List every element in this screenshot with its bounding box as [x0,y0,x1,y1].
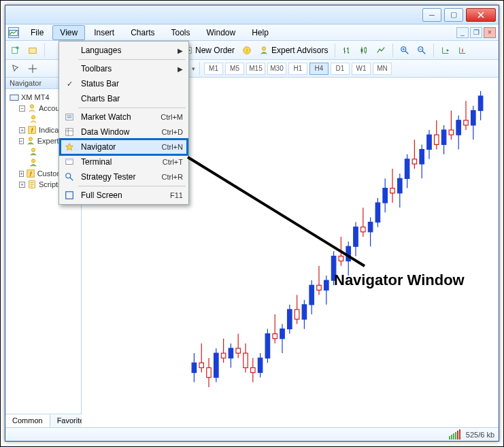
menu-status-bar[interactable]: Status Bar [61,76,187,91]
svg-rect-99 [471,111,475,125]
autotrading-icon[interactable]: ! [239,43,254,58]
profiles-icon[interactable] [25,43,40,58]
svg-rect-57 [317,285,321,290]
menu-market-watch[interactable]: Market WatchCtrl+M [61,110,187,125]
expert-advisors-label: Expert Advisors [271,46,328,55]
mdi-close-button[interactable]: × [484,27,496,38]
svg-rect-33 [229,348,233,358]
tf-h1[interactable]: H1 [288,63,307,75]
svg-point-16 [29,137,32,141]
svg-rect-97 [464,120,468,125]
svg-rect-39 [251,367,255,372]
svg-rect-103 [66,129,73,136]
bar-chart-icon[interactable] [339,43,354,58]
svg-rect-75 [383,188,387,203]
svg-rect-89 [435,135,439,144]
svg-rect-105 [66,159,73,161]
svg-rect-93 [449,130,453,135]
menu-data-window[interactable]: Data WindowCtrl+D [61,125,187,139]
svg-point-12 [30,105,33,108]
app-icon [8,27,19,38]
tf-d1[interactable]: D1 [331,63,350,75]
svg-rect-107 [66,192,73,199]
tf-h4[interactable]: H4 [309,63,329,75]
svg-rect-83 [412,159,416,164]
menu-toolbars[interactable]: Toolbars▶ [61,61,187,76]
check-icon [67,79,73,88]
menu-full-screen[interactable]: Full ScreenF11 [61,188,187,203]
svg-point-6 [262,46,265,50]
menu-view[interactable]: View [52,25,85,40]
tab-common[interactable]: Common [5,414,50,427]
menu-insert[interactable]: Insert [86,25,122,40]
svg-rect-51 [295,310,299,319]
zoom-out-icon[interactable] [414,43,429,58]
mdi-minimize-button[interactable]: _ [456,27,469,38]
svg-point-106 [66,173,71,178]
svg-rect-23 [192,363,196,372]
svg-rect-77 [390,188,394,193]
svg-point-18 [31,159,35,163]
titlebar: ─ ▢ [5,5,499,24]
tf-m1[interactable]: M1 [204,63,223,75]
svg-rect-55 [309,285,314,305]
svg-rect-35 [236,348,240,353]
svg-rect-31 [221,353,225,358]
menu-navigator[interactable]: NavigatorCtrl+N [61,139,187,154]
svg-rect-37 [243,353,248,367]
svg-text:!: ! [246,47,248,53]
svg-rect-29 [214,353,218,378]
svg-rect-7 [361,48,363,52]
expert-advisors-button[interactable]: Expert Advisors [256,46,331,55]
new-chart-icon[interactable] [8,43,23,58]
cursor-icon[interactable] [8,61,23,76]
tf-m5[interactable]: M5 [225,63,244,75]
candle-chart-icon[interactable] [356,43,371,58]
menu-tools[interactable]: Tools [164,25,198,40]
svg-rect-95 [456,120,460,135]
crosshair-icon[interactable] [25,61,40,76]
svg-rect-47 [280,329,284,338]
menu-languages[interactable]: Languages▶ [61,43,187,58]
svg-rect-101 [478,96,482,110]
close-button[interactable] [466,8,496,22]
menu-file[interactable]: File [23,25,51,40]
menubar: File View Insert Charts Tools Window Hel… [5,24,499,41]
svg-rect-71 [368,222,372,232]
view-dropdown: Languages▶ Toolbars▶ Status Bar Charts B… [58,41,189,205]
tf-mn[interactable]: MN [373,63,392,75]
autoscroll-icon[interactable] [438,43,453,58]
svg-rect-43 [265,334,269,359]
minimize-button[interactable]: ─ [422,8,441,22]
app-window: ─ ▢ File View Insert Charts Tools Window… [5,5,499,442]
menu-help[interactable]: Help [244,25,276,40]
svg-rect-27 [207,367,211,377]
svg-rect-8 [365,48,367,52]
connection-icon [449,429,460,440]
tf-m15[interactable]: M15 [246,63,265,75]
line-chart-icon[interactable] [373,43,388,58]
svg-rect-59 [324,280,329,290]
svg-rect-49 [288,310,292,329]
menu-strategy-tester[interactable]: Strategy TesterCtrl+R [61,169,187,184]
navigator-tabs: Common Favorites [5,414,81,427]
svg-rect-69 [361,227,365,232]
svg-rect-45 [273,334,277,339]
menu-charts[interactable]: Charts [123,25,162,40]
svg-rect-67 [354,227,358,247]
svg-rect-73 [375,203,380,222]
zoom-in-icon[interactable] [397,43,412,58]
svg-rect-53 [302,305,306,319]
svg-point-17 [31,148,35,152]
svg-rect-87 [427,135,431,149]
chart-shift-icon[interactable] [455,43,470,58]
menu-window[interactable]: Window [199,25,243,40]
menu-terminal[interactable]: TerminalCtrl+T [61,154,187,169]
svg-rect-63 [339,256,343,261]
mdi-restore-button[interactable]: ❐ [470,27,482,38]
annotation-label: Navigator Window [334,271,465,289]
maximize-button[interactable]: ▢ [444,8,463,22]
menu-charts-bar[interactable]: Charts Bar [61,91,187,106]
tf-w1[interactable]: W1 [352,63,371,75]
tf-m30[interactable]: M30 [267,63,286,75]
